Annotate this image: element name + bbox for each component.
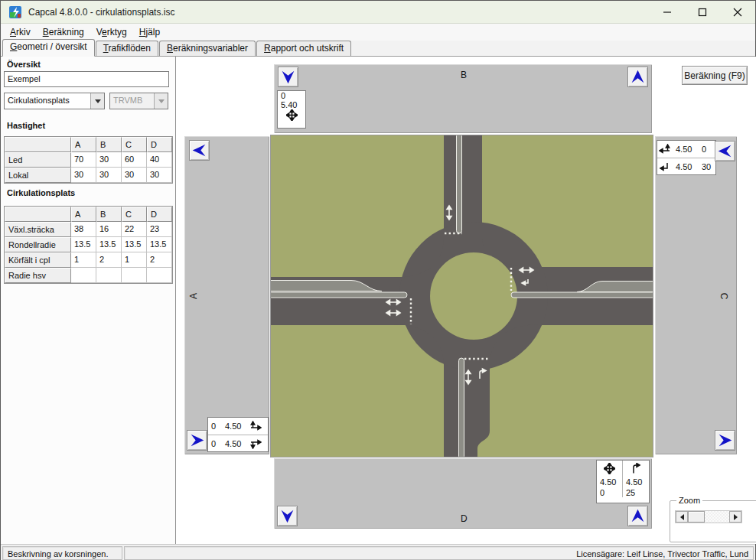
speed-cell[interactable]: 40 xyxy=(147,152,172,168)
chevron-down-icon xyxy=(95,99,101,103)
zoom-scroll-right-button[interactable] xyxy=(729,511,741,523)
app-icon xyxy=(8,5,22,19)
approach-c-lane-table[interactable]: 4.50 0 4.50 30 xyxy=(657,140,716,175)
cpl-cell[interactable]: 1 xyxy=(122,252,147,268)
cpl-col-header: D xyxy=(147,207,172,222)
speed-cell[interactable]: 30 xyxy=(96,168,122,183)
table-row: Led 70 30 60 40 xyxy=(5,152,172,168)
cpl-cell[interactable] xyxy=(96,268,122,283)
tab-geometri-oversikt[interactable]: Geometri / översikt xyxy=(2,39,95,57)
lane-value: 25 xyxy=(623,487,649,497)
roundabout-canvas[interactable] xyxy=(270,135,653,457)
menu-berakning[interactable]: Beräkning xyxy=(37,24,90,40)
approach-b-nav-up-button[interactable] xyxy=(627,67,648,87)
speed-cell[interactable]: 30 xyxy=(96,152,122,168)
approach-d-label: D xyxy=(461,513,468,524)
median-west xyxy=(271,292,407,298)
speed-cell[interactable]: 30 xyxy=(147,168,172,183)
cpl-cell[interactable]: 38 xyxy=(71,222,96,237)
cpl-cell[interactable]: 13.5 xyxy=(96,237,122,252)
cpl-cell[interactable]: 22 xyxy=(122,222,147,237)
chevron-down-icon xyxy=(158,99,165,103)
speed-corner-cell xyxy=(5,137,71,152)
cpl-cell[interactable] xyxy=(122,268,147,283)
speed-cell[interactable]: 30 xyxy=(71,168,96,183)
arrow-down-icon xyxy=(279,67,298,87)
lane-turn-right-icon xyxy=(623,461,649,476)
speed-col-header: A xyxy=(71,137,96,152)
cpl-cell[interactable]: 13.5 xyxy=(147,237,172,252)
menu-arkiv[interactable]: Arkiv xyxy=(4,24,37,40)
approach-a-nav-right-button[interactable] xyxy=(187,430,207,451)
cpl-row-label: Körfält i cpl xyxy=(5,252,71,268)
approach-a-lane-table[interactable]: 0 4.50 0 4.50 xyxy=(207,417,269,452)
lane-value: 0 xyxy=(699,145,706,154)
zoom-scrollbar[interactable] xyxy=(675,510,742,523)
lane-column: 4.50 25 xyxy=(623,461,649,497)
lane-turn-down-left-icon xyxy=(657,161,673,172)
speed-cell[interactable]: 30 xyxy=(122,168,147,183)
cpl-cell[interactable]: 2 xyxy=(147,252,172,268)
model-select-dropdown-button xyxy=(154,93,168,109)
table-row: Växl.sträcka 38 16 22 23 xyxy=(5,222,172,237)
close-icon xyxy=(733,8,742,17)
cpl-cell[interactable]: 23 xyxy=(147,222,172,237)
zoom-scroll-thumb[interactable] xyxy=(688,511,705,523)
cpl-cell[interactable] xyxy=(71,268,96,283)
approach-c-nav-left-button[interactable] xyxy=(715,141,735,161)
cpl-cell[interactable]: 2 xyxy=(96,252,122,268)
arrow-left-icon xyxy=(190,140,209,161)
type-select-dropdown-button[interactable] xyxy=(90,93,104,109)
arrow-left-icon xyxy=(715,141,735,161)
speed-row-label: Lokal xyxy=(5,168,71,183)
zoom-scroll-track[interactable] xyxy=(705,511,729,523)
tab-rapport-utskrift[interactable]: Rapport och utskrift xyxy=(256,41,351,56)
median-east xyxy=(511,292,653,298)
approach-b-lane-box[interactable]: 0 5.40 xyxy=(277,90,306,129)
approach-c-nav-right-button[interactable] xyxy=(715,430,735,451)
cpl-cell[interactable]: 1 xyxy=(71,252,96,268)
zoom-group: Zoom xyxy=(670,500,756,542)
approach-d-nav-down-button[interactable] xyxy=(277,506,298,526)
cpl-cell[interactable]: 16 xyxy=(96,222,122,237)
arrow-right-icon xyxy=(715,430,735,451)
tab-berakningsvariabler[interactable]: Beräkningsvariabler xyxy=(159,41,256,56)
main-area: Beräkning (F9) B 0 5.40 A xyxy=(177,57,756,544)
speed-row-label: Led xyxy=(5,152,71,168)
zoom-scroll-left-button[interactable] xyxy=(676,511,688,523)
approach-d-nav-up-button[interactable] xyxy=(627,506,648,526)
speed-heading: Hastighet xyxy=(7,121,45,130)
approach-a-panel: A 0 4.50 0 4.50 xyxy=(184,136,269,454)
sidebar: Översikt Exempel Cirkulationsplats TRVMB… xyxy=(1,57,176,544)
tab-trafikfloden[interactable]: Trafikflöden xyxy=(96,41,158,56)
lane-value: 0 xyxy=(597,487,622,497)
lane-column: 4.50 0 xyxy=(597,461,623,497)
menu-verktyg[interactable]: Verktyg xyxy=(90,24,133,40)
maximize-button[interactable] xyxy=(685,1,720,24)
cpl-row-label: Radie hsv xyxy=(5,268,71,283)
approach-a-nav-left-button[interactable] xyxy=(189,140,210,161)
menu-hjalp[interactable]: Hjälp xyxy=(133,24,166,40)
close-button[interactable] xyxy=(720,1,755,24)
arrow-up-icon xyxy=(628,506,647,526)
cpl-cell[interactable]: 13.5 xyxy=(71,237,96,252)
minimize-button[interactable] xyxy=(650,1,685,24)
roundabout-drawing xyxy=(271,135,653,457)
calculate-button[interactable]: Beräkning (F9) xyxy=(682,66,748,85)
name-input[interactable]: Exempel xyxy=(4,71,169,87)
title-bar: Capcal 4.8.0.0 - cirkulationsplats.isc xyxy=(1,1,755,24)
approach-b-nav-down-button[interactable] xyxy=(278,67,298,87)
speed-cell[interactable]: 60 xyxy=(122,152,147,168)
lane-row: 4.50 30 xyxy=(657,158,715,175)
cpl-cell[interactable]: 13.5 xyxy=(122,237,147,252)
lane-value: 4.50 xyxy=(673,162,699,171)
approach-d-lane-table[interactable]: 4.50 0 4.50 25 xyxy=(596,460,650,503)
speed-cell[interactable]: 70 xyxy=(71,152,96,168)
approach-c-panel: 4.50 0 4.50 30 C xyxy=(655,136,737,454)
speed-col-header: C xyxy=(122,137,147,152)
cpl-corner-cell xyxy=(5,207,71,222)
intersection-type-select[interactable]: Cirkulationsplats xyxy=(4,93,105,109)
cpl-cell[interactable] xyxy=(147,268,172,283)
menu-bar: Arkiv Beräkning Verktyg Hjälp xyxy=(1,24,755,41)
move-icon xyxy=(278,109,305,121)
